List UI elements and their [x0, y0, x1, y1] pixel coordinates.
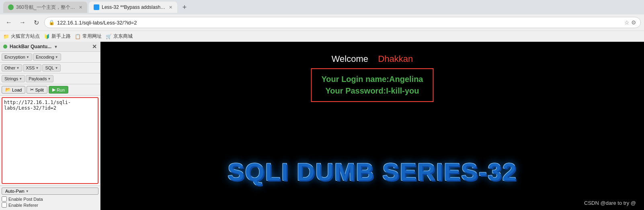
bookmark-1-icon: 📁 — [3, 34, 9, 39]
hackbar-url-area — [2, 97, 98, 184]
enable-post-label: Enable Post Data — [8, 197, 43, 202]
address-bar[interactable]: 🔒 122.16.1.1/sqli-labs/Less-32/?id=2 ☆ ⚙ — [44, 17, 641, 28]
refresh-button[interactable]: ↻ — [31, 17, 42, 28]
encryption-dropdown-icon: ▼ — [26, 55, 29, 59]
welcome-section: Welcome Dhakkan Your Login name:Angelina… — [311, 54, 434, 102]
welcome-text: Welcome — [332, 54, 368, 64]
hackbar-url-input[interactable] — [2, 98, 98, 183]
enable-post-checkbox[interactable] — [2, 196, 7, 202]
load-button[interactable]: 📂 Load — [2, 86, 25, 94]
run-button[interactable]: ▶ Run — [49, 86, 68, 94]
star-icon[interactable]: ☆ — [624, 19, 630, 26]
hackbar-bottom: Auto-Pwn ▼ Enable Post Data Enable Refer… — [0, 186, 100, 210]
hackbar-actions: 📂 Load ✂ Split ▶ Run — [0, 84, 100, 96]
encryption-label: Encryption — [4, 55, 25, 59]
nav-bar: ← → ↻ 🔒 122.16.1.1/sqli-labs/Less-32/?id… — [0, 14, 644, 31]
username-text: Dhakkan — [378, 54, 413, 64]
strings-button[interactable]: Strings ▼ — [2, 75, 25, 82]
auto-pwn-dropdown-icon: ▼ — [26, 190, 29, 193]
csdn-credit: CSDN @dare to try @ — [584, 200, 636, 206]
tab-1[interactable]: 360导航_一个主页，整个世界 ✕ — [3, 2, 87, 13]
browser-chrome: 360导航_一个主页，整个世界 ✕ Less-32 **Bypass addsl… — [0, 0, 644, 42]
bookmark-2-label: 新手上路 — [51, 33, 71, 40]
bookmark-1[interactable]: 📁 火狐官方站点 — [3, 33, 40, 40]
encoding-button[interactable]: Encoding ▼ — [33, 53, 61, 61]
hackbar-status-dot — [3, 45, 7, 49]
tab-2-label: Less-32 **Bypass addslashes()** — [102, 4, 166, 10]
xss-dropdown-icon: ▼ — [35, 66, 39, 70]
split-button[interactable]: ✂ Split — [27, 86, 47, 94]
login-password-text: Your Password:I-kill-you — [322, 86, 423, 96]
new-tab-button[interactable]: + — [179, 2, 190, 13]
hackbar-title: HackBar Quantu... — [10, 44, 51, 49]
encryption-button[interactable]: Encryption ▼ — [2, 53, 32, 61]
bookmark-4-label: 京东商城 — [113, 33, 133, 40]
payloads-dropdown-icon: ▼ — [47, 77, 51, 81]
bookmark-2-icon: 🔰 — [44, 34, 50, 39]
address-bar-icons: ☆ ⚙ — [624, 19, 636, 26]
login-name-text: Your Login name:Angelina — [322, 75, 423, 84]
tab-2-favicon — [94, 4, 99, 10]
split-icon: ✂ — [30, 87, 34, 92]
enable-post-row: Enable Post Data — [2, 196, 98, 202]
load-label: Load — [12, 88, 22, 92]
hackbar-header-left: HackBar Quantu... ▼ — [3, 44, 58, 49]
bookmark-4[interactable]: 🛒 京东商城 — [106, 33, 133, 40]
strings-dropdown-icon: ▼ — [19, 77, 22, 81]
bookmark-4-icon: 🛒 — [106, 34, 112, 39]
hackbar-toolbar-row2: Other ▼ XSS ▼ SQL ▼ — [0, 63, 100, 73]
enable-referer-label: Enable Referer — [8, 203, 38, 208]
split-label: Split — [35, 88, 43, 92]
run-label: Run — [57, 88, 65, 92]
auto-pwn-label: Auto-Pwn — [5, 189, 25, 194]
hackbar-close-button[interactable]: ✕ — [92, 43, 97, 50]
sql-label: SQL — [45, 65, 54, 70]
tab-2[interactable]: Less-32 **Bypass addslashes()** ✕ — [89, 2, 177, 13]
tab-2-close[interactable]: ✕ — [169, 5, 172, 10]
bookmark-3[interactable]: 📋 常用网址 — [75, 33, 102, 40]
xss-label: XSS — [26, 65, 35, 70]
other-dropdown-icon: ▼ — [16, 66, 20, 70]
tab-1-favicon — [8, 4, 14, 10]
encoding-dropdown-icon: ▼ — [55, 55, 58, 59]
sqli-title: SQLI DUMB SERIES-32 — [228, 157, 517, 186]
login-box: Your Login name:Angelina Your Password:I… — [311, 68, 434, 102]
tab-bar: 360导航_一个主页，整个世界 ✕ Less-32 **Bypass addsl… — [0, 0, 644, 14]
run-icon: ▶ — [52, 87, 55, 92]
security-icon: 🔒 — [49, 20, 55, 25]
bookmark-1-label: 火狐官方站点 — [11, 33, 40, 40]
bookmark-2[interactable]: 🔰 新手上路 — [44, 33, 71, 40]
enable-referer-checkbox[interactable] — [2, 202, 7, 208]
hackbar-panel: HackBar Quantu... ▼ ✕ Encryption ▼ Encod… — [0, 42, 100, 210]
other-button[interactable]: Other ▼ — [2, 64, 22, 71]
payloads-button[interactable]: Payloads ▼ — [26, 75, 53, 82]
web-content: Welcome Dhakkan Your Login name:Angelina… — [100, 42, 644, 210]
forward-button[interactable]: → — [17, 17, 28, 28]
load-icon: 📂 — [5, 87, 11, 92]
url-text: 122.16.1.1/sqli-labs/Less-32/?id=2 — [57, 20, 137, 26]
auto-pwn-button[interactable]: Auto-Pwn ▼ — [2, 188, 98, 195]
encoding-label: Encoding — [36, 55, 54, 59]
hackbar-toolbar-row1: Encryption ▼ Encoding ▼ — [0, 52, 100, 63]
hackbar-toolbar-row3: Strings ▼ Payloads ▼ — [0, 73, 100, 84]
strings-label: Strings — [4, 76, 18, 81]
back-button[interactable]: ← — [3, 17, 14, 28]
sql-button[interactable]: SQL ▼ — [42, 64, 61, 71]
payloads-label: Payloads — [29, 76, 47, 81]
tab-1-label: 360导航_一个主页，整个世界 — [16, 4, 76, 11]
other-label: Other — [4, 65, 16, 70]
main-area: HackBar Quantu... ▼ ✕ Encryption ▼ Encod… — [0, 42, 644, 210]
bookmark-3-label: 常用网址 — [82, 33, 102, 40]
hackbar-header: HackBar Quantu... ▼ ✕ — [0, 42, 100, 52]
sql-dropdown-icon: ▼ — [55, 66, 58, 70]
bookmark-3-icon: 📋 — [75, 34, 81, 39]
enable-referer-row: Enable Referer — [2, 202, 98, 208]
hackbar-dropdown-icon[interactable]: ▼ — [54, 45, 58, 49]
xss-button[interactable]: XSS ▼ — [23, 64, 41, 71]
welcome-line: Welcome Dhakkan — [311, 54, 434, 64]
bookmarks-bar: 📁 火狐官方站点 🔰 新手上路 📋 常用网址 🛒 京东商城 — [0, 31, 644, 42]
tab-1-close[interactable]: ✕ — [79, 5, 82, 10]
settings-icon[interactable]: ⚙ — [631, 19, 636, 26]
